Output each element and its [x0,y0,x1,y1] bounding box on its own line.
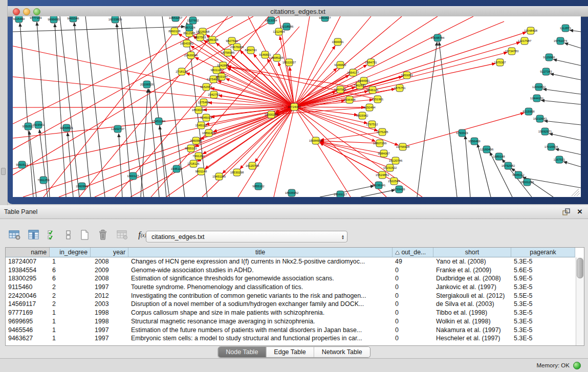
table-row[interactable]: 1938455462009Genome-wide association stu… [6,266,584,275]
show-columns-icon[interactable] [27,228,40,242]
graph-node-label: 7857224 [183,26,195,29]
graph-node-label: 6793919 [456,132,468,135]
column-header-in_degree[interactable]: in_degree [50,248,91,257]
graph-node-label: 10553257 [169,16,183,19]
cell-name: 9463627 [6,334,50,343]
cell-pagerank: 5.3E-5 [511,317,575,326]
graph-node-label: 16648784 [431,36,445,39]
table-mode-icon[interactable] [8,228,21,242]
column-header-year[interactable]: year [91,248,128,257]
select-checks-icon[interactable] [46,228,59,242]
zoom-window-button[interactable] [33,8,40,15]
graph-node-label: 15751074 [554,39,568,42]
cell-title: Corpus callosum shape and size in male p… [128,309,393,317]
graph-node-label: 1875751 [394,86,406,90]
column-header-title[interactable]: title [128,248,393,257]
graph-node-label: 9855103 [185,147,197,150]
graph-node-label: 18530298 [230,171,244,174]
graph-node-label: 9801147 [211,69,223,72]
memory-status-icon[interactable] [573,362,581,369]
graph-node-label: 9463627 [319,16,331,19]
graph-node-label: 2060995 [190,139,202,142]
cell-short: Dudbridge et al. (2008) [433,274,511,283]
column-header-pagerank[interactable]: pagerank [511,248,575,257]
table-row[interactable]: 1872400712008Changes of HCN gene express… [6,257,584,266]
cell-in_degree: 1 [50,317,91,326]
cell-in_degree: 2 [50,283,91,292]
cell-title: Estimation of significance thresholds fo… [128,274,393,283]
table-row[interactable]: 911546021997Tourette syndrome. Phenomeno… [6,283,584,292]
graph-node-label: 9777169 [30,16,42,19]
graph-node-label: 7691259 [37,179,50,182]
table-row[interactable]: 977716911998Corpus callosum shape and si… [6,309,584,317]
minimize-window-button[interactable] [23,8,30,15]
graph-node-label: 9827546 [226,39,238,42]
close-window-button[interactable] [13,8,20,15]
cell-pagerank: 5.3E-5 [511,326,575,335]
cell-title: Tourette syndrome. Phenomenology and cla… [128,283,393,292]
table-row[interactable]: 1456911722003Disruption of a novel membe… [6,300,584,309]
table-row[interactable]: 1830029562008Estimation of significance … [6,274,584,283]
desktop-area: citations_edges.txt 18724007866012889129… [0,0,588,205]
vertical-scrollbar[interactable] [576,257,584,345]
graph-node-label: 1527602 [187,19,199,22]
cell-name: 19384554 [6,266,50,275]
graph-node-label: 2060996 [76,185,88,188]
graph-node-label: 1112871 [560,27,572,30]
cell-in_degree: 1 [50,334,91,343]
tab-node-table[interactable]: Node Table [218,347,266,357]
memory-status-label: Memory: OK [536,362,570,368]
graph-node-label: 18300295 [265,113,278,116]
table-toolbar: f(x) [8,227,150,243]
graph-node-label: 8912955 [183,32,195,35]
table-row[interactable]: 2242004622012Investigating the contribut… [6,292,584,300]
side-strip-handle[interactable] [1,168,6,175]
cell-out_de: 0 [393,309,433,317]
rows-icon[interactable] [65,228,72,242]
graph-node-label: 12942737 [111,127,125,130]
graph-node-label: 16151522 [383,166,397,169]
cell-in_degree: 1 [50,326,91,335]
cell-year: 1997 [91,334,128,343]
float-window-icon[interactable] [562,208,570,216]
table-panel-header[interactable]: Table Panel × [0,205,588,219]
cell-in_degree: 1 [50,309,91,317]
network-view-canvas[interactable]: 1872400786601288912955182260589827503818… [13,16,581,197]
cell-title: Structural magnetic resonance image aver… [128,317,393,326]
cell-year: 2008 [91,257,128,266]
graph-node-label: 19734783 [505,50,519,53]
cell-name: 9777169 [6,309,50,317]
node-table[interactable]: namein_degreeyeartitle out_de...shortpag… [5,247,584,346]
table-selector-dropdown[interactable]: citations_edges.txt ▲▼ [146,231,347,243]
cell-in_degree: 1 [50,257,91,266]
table-row[interactable]: 969969511998Structural magnetic resonanc… [6,317,584,326]
graph-node-label: 8186328 [206,38,219,41]
table-body[interactable]: 1872400712008Changes of HCN gene express… [6,257,584,343]
graph-node-label: 9146822 [334,63,346,67]
graph-node-label: 1975307 [494,61,506,64]
tab-edge-table[interactable]: Edge Table [266,347,313,357]
graph-node-label: 12444151 [530,97,544,100]
graph-node-label: 9699695 [48,18,60,21]
graph-node-label: 9556469 [468,140,481,143]
graph-node-label: 9465546 [67,17,79,20]
new-file-icon[interactable] [78,228,91,242]
graph-node-label: 15524851 [376,173,389,177]
table-header-row[interactable]: namein_degreeyeartitle out_de...shortpag… [6,248,584,257]
table-panel-title: Table Panel [4,205,37,218]
tab-network-table[interactable]: Network Table [314,347,370,357]
status-bar: Memory: OK [0,358,588,372]
table-row[interactable]: 946362711997Embryonic stem cells: a mode… [6,334,584,343]
cell-in_degree: 2 [50,300,91,309]
window-titlebar[interactable]: citations_edges.txt [8,6,588,17]
graph-node-label: 1275466 [198,101,210,104]
cell-out_de: 0 [393,274,433,283]
table-row[interactable]: 946554611997Estimation of the future num… [6,326,584,335]
close-panel-icon[interactable]: × [575,206,584,218]
cell-name: 14569117 [6,300,50,309]
column-header-name[interactable]: name [6,248,50,257]
column-header-short[interactable]: short [433,248,511,257]
column-header-out_de[interactable]: out_de... [393,248,433,257]
delete-icon[interactable] [97,228,110,242]
scrollbar-thumb[interactable] [577,258,583,278]
